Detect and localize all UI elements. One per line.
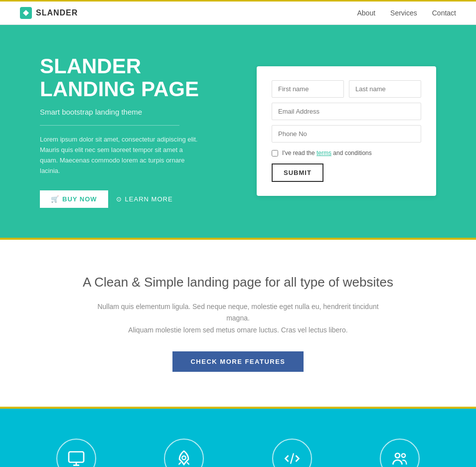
rocket-icon (175, 450, 193, 467)
terms-link[interactable]: terms (317, 150, 331, 156)
brand-name: SLANDER (36, 8, 78, 17)
features-grid: Responsive Design Sed dolor nisl, blandi… (30, 439, 446, 467)
buy-icon: 🛒 (51, 195, 59, 203)
navbar: SLANDER About Services Contact (0, 0, 476, 25)
hero-title: SLANDER LANDING PAGE (40, 55, 249, 101)
feature-code: Clean Coded Sed dolor nisl, blandit nec … (246, 439, 338, 467)
svg-point-3 (182, 456, 186, 460)
feature-clients: Clients Loving Sed dolor nisl, blandit n… (353, 439, 446, 467)
hero-content: SLANDER LANDING PAGE Smart bootstrap lan… (40, 55, 249, 208)
hero-body-text: Lorem ipsum dolor sit amet, consectetur … (40, 135, 199, 176)
feature-responsive: Responsive Design Sed dolor nisl, blandi… (30, 439, 123, 467)
monitor-icon (67, 450, 85, 467)
nav-links: About Services Contact (357, 8, 456, 17)
nav-item-contact[interactable]: Contact (432, 8, 456, 17)
nav-item-services[interactable]: Services (390, 8, 417, 17)
hero-section: SLANDER LANDING PAGE Smart bootstrap lan… (0, 25, 476, 240)
features-section: Responsive Design Sed dolor nisl, blandi… (0, 409, 476, 467)
hero-subtitle: Smart bootstrap landing theme (40, 108, 249, 116)
hero-buttons: 🛒 BUY NOW ⊙ LEARN MORE (40, 190, 249, 208)
terms-label: I've read the terms and conditions (282, 150, 372, 156)
nav-link-contact[interactable]: Contact (432, 9, 456, 17)
nav-item-about[interactable]: About (357, 8, 375, 17)
name-row (272, 80, 421, 98)
clients-icon-circle (380, 439, 420, 467)
users-icon (391, 450, 409, 467)
submit-button[interactable]: SUBMIT (272, 163, 323, 182)
last-name-input[interactable] (349, 80, 421, 98)
code-icon-circle (272, 439, 312, 467)
middle-text: Nullam quis elementum ligula. Sed neque … (89, 301, 388, 336)
middle-section: A Clean & Simple landing page for all ty… (0, 240, 476, 409)
nav-link-services[interactable]: Services (390, 9, 417, 17)
nav-link-about[interactable]: About (357, 9, 375, 17)
hero-form-card: I've read the terms and conditions SUBMI… (257, 66, 436, 196)
svg-line-4 (291, 453, 294, 464)
learn-more-button[interactable]: ⊙ LEARN MORE (116, 195, 173, 203)
check-features-button[interactable]: CHECK MORE FEATURES (172, 351, 303, 372)
launch-icon-circle (164, 439, 204, 467)
phone-row (272, 125, 421, 143)
hero-divider (40, 125, 179, 126)
buy-now-button[interactable]: 🛒 BUY NOW (40, 190, 108, 208)
middle-title: A Clean & Simple landing page for all ty… (40, 275, 436, 290)
phone-input[interactable] (272, 125, 421, 143)
feature-launch: Quick Launch Sed dolor nisl, blandit nec… (138, 439, 230, 467)
svg-point-6 (402, 454, 406, 458)
first-name-input[interactable] (272, 80, 344, 98)
responsive-icon-circle (56, 439, 96, 467)
svg-point-5 (395, 453, 400, 458)
code-icon (283, 450, 301, 467)
learn-icon: ⊙ (116, 195, 122, 203)
email-input[interactable] (272, 103, 421, 120)
terms-row: I've read the terms and conditions (272, 150, 421, 156)
brand-icon (20, 7, 32, 19)
svg-rect-0 (69, 452, 84, 462)
brand[interactable]: SLANDER (20, 7, 78, 19)
email-row (272, 103, 421, 120)
terms-checkbox[interactable] (272, 150, 278, 156)
